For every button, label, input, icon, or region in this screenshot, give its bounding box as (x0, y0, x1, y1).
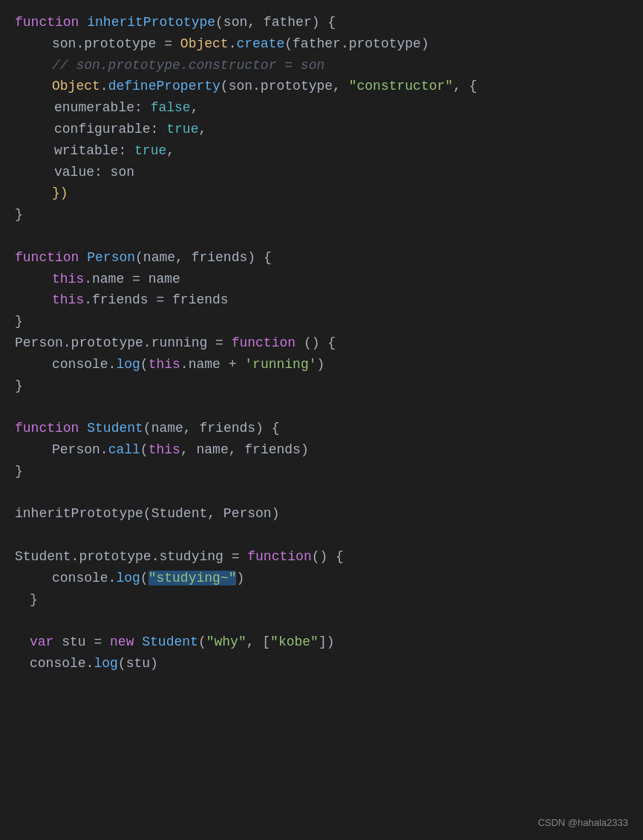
line-enumerable: enumerable: false, (15, 97, 628, 119)
line-close-fn-studying: } (15, 589, 628, 611)
this-kw4: this (148, 442, 180, 457)
line-inheritPrototype-decl: function inheritPrototype(son, father) { (15, 12, 628, 33)
keyword-var: var (30, 634, 53, 649)
this-kw3: this (148, 357, 180, 372)
line-close-fn1: } (15, 204, 628, 226)
watermark: CSDN @hahala2333 (538, 816, 628, 831)
line-this-name: this.name = name (15, 269, 628, 290)
line-comment: // son.prototype.constructor = son (15, 55, 628, 76)
line-console-log-running: console.log(this.name + 'running') (15, 354, 628, 375)
line-close-fn-Person: } (15, 311, 628, 332)
fn-call: call (108, 442, 140, 457)
obj-Object2: Object (52, 79, 100, 93)
keyword-function5: function (247, 549, 311, 564)
obj-Object: Object (180, 36, 229, 51)
line-Student-decl: function Student(name, friends) { (15, 418, 628, 439)
line-close-fn-running: } (15, 375, 628, 397)
line-configurable: configurable: true, (15, 119, 628, 140)
bool-true2: true (134, 143, 166, 158)
keyword-function: function (15, 15, 79, 30)
keyword-function2: function (15, 250, 79, 265)
keyword-function4: function (15, 421, 79, 436)
keyword-function3: function (232, 335, 296, 350)
fn-log2: log (116, 571, 140, 585)
line-inheritPrototype-call: inheritPrototype(Student, Person) (15, 503, 628, 525)
line-console-log-stu: console.log(stu) (15, 653, 628, 675)
line-close-fn-Student: } (15, 461, 628, 482)
line-Person-decl: function Person(name, friends) { (15, 247, 628, 269)
fn-defineProperty: defineProperty (108, 79, 221, 93)
keyword-new: new (110, 634, 134, 649)
line-console-log-studying: console.log("studying~") (15, 568, 628, 589)
this-kw1: this (52, 272, 84, 286)
str-kobe: "kobe" (270, 634, 319, 649)
str-studying: "studying~" (148, 571, 237, 585)
fn-inheritPrototype: inheritPrototype (87, 15, 215, 30)
bool-false: false (151, 100, 191, 115)
line-Student-proto-studying: Student.prototype.studying = function() … (15, 546, 628, 568)
line-Person-proto-running: Person.prototype.running = function () { (15, 332, 628, 354)
str-why: "why" (206, 634, 247, 649)
fn-Student: Student (87, 421, 143, 436)
comment-text: // son.prototype.constructor = son (52, 58, 324, 73)
this-kw2: this (52, 292, 84, 307)
line-this-friends: this.friends = friends (15, 289, 628, 311)
str-running: 'running' (244, 357, 316, 372)
fn-Student2: Student (142, 634, 198, 649)
line-Person-call: Person.call(this, name, friends) (15, 439, 628, 461)
line-var-stu: var stu = new Student("why", ["kobe"]) (15, 631, 628, 653)
fn-log1: log (116, 357, 140, 372)
fn-log3: log (94, 656, 117, 671)
code-container: function inheritPrototype(son, father) {… (15, 12, 628, 675)
fn-Person: Person (87, 250, 135, 265)
line-writable: writable: true, (15, 140, 628, 162)
line-son-prototype: son.prototype = Object.create(father.pro… (15, 33, 628, 55)
bool-true1: true (166, 122, 198, 137)
str-constructor: "constructor" (349, 79, 453, 93)
fn-create: create (236, 36, 284, 51)
line-close-brace1: }) (15, 183, 628, 204)
line-defineProperty: Object.defineProperty(son.prototype, "co… (15, 76, 628, 97)
line-value: value: son (15, 162, 628, 183)
